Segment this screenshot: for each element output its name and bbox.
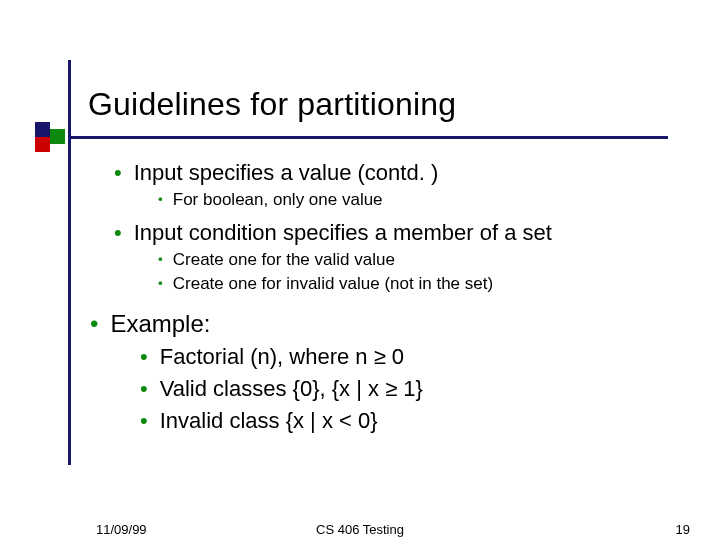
bullet-icon: • [140,346,148,372]
bullet-level1: • Input condition specifies a member of … [114,220,688,246]
bullet-text: For boolean, only one value [173,190,383,210]
bullet-level2: • Create one for the valid value [158,250,688,270]
bullet-icon: • [114,222,122,248]
slide-content: • Input specifies a value (contd. ) • Fo… [88,150,688,440]
square-red-icon [35,137,50,152]
bullet-text: Input specifies a value (contd. ) [134,160,439,186]
bullet-level1: • Example: [90,310,688,338]
bullet-level1: • Input specifies a value (contd. ) [114,160,688,186]
bullet-text: Valid classes {0}, {x | x ≥ 1} [160,376,423,402]
title-rule [68,136,668,139]
bullet-level2: • Valid classes {0}, {x | x ≥ 1} [140,376,688,402]
bullet-icon: • [158,276,163,296]
bullet-icon: • [140,378,148,404]
bullet-icon: • [114,162,122,188]
bullet-text: Create one for invalid value (not in the… [173,274,493,294]
bullet-text: Example: [110,310,210,338]
bullet-level2: • Invalid class {x | x < 0} [140,408,688,434]
bullet-icon: • [158,252,163,272]
bullet-level2: • Factorial (n), where n ≥ 0 [140,344,688,370]
bullet-icon: • [90,312,98,340]
bullet-text: Invalid class {x | x < 0} [160,408,378,434]
bullet-text: Input condition specifies a member of a … [134,220,552,246]
footer-course: CS 406 Testing [0,522,720,537]
bullet-icon: • [158,192,163,212]
square-navy-icon [35,122,50,137]
bullet-level2: • For boolean, only one value [158,190,688,210]
square-green-icon [50,129,65,144]
bullet-text: Create one for the valid value [173,250,395,270]
bullet-level2: • Create one for invalid value (not in t… [158,274,688,294]
slide-title: Guidelines for partitioning [88,86,456,123]
bullet-text: Factorial (n), where n ≥ 0 [160,344,404,370]
vertical-rule [68,60,71,465]
slide: Guidelines for partitioning • Input spec… [0,0,720,540]
bullet-icon: • [140,410,148,436]
footer-page: 19 [676,522,690,537]
